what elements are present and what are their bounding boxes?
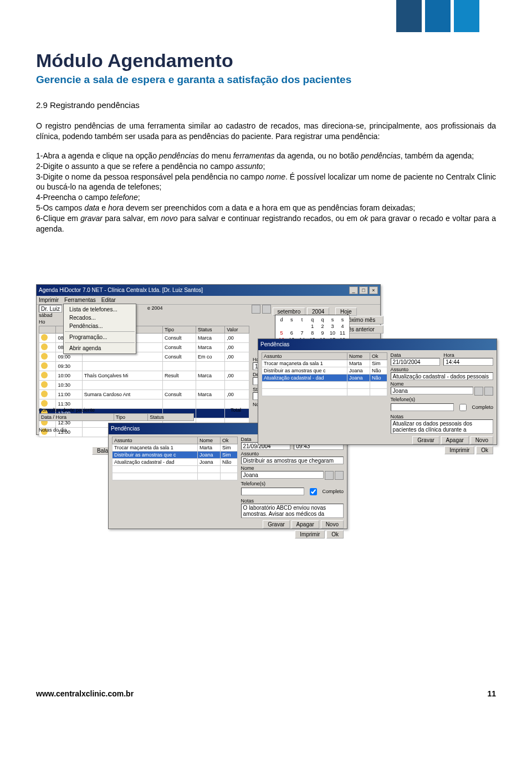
minimize-icon[interactable]: _ <box>349 286 358 294</box>
dropdown-lista-telefones[interactable]: Lista de telefones... <box>64 305 136 314</box>
pend-large-table: AssuntoNomeOk Trocar maçaneta da sala 1M… <box>112 437 238 480</box>
step-1: 1-Abra a agenda e clique na opção pendên… <box>36 151 496 161</box>
close-icon[interactable]: × <box>369 286 378 294</box>
page-title: Módulo Agendamento <box>36 50 496 71</box>
novo-button[interactable]: Novo <box>321 520 344 529</box>
section-heading: 2.9 Registrando pendências <box>36 100 496 110</box>
menu-ferramentas[interactable]: Ferramentas <box>64 297 96 303</box>
total-label: Total <box>231 407 241 413</box>
menu-editar[interactable]: Editar <box>101 297 116 303</box>
ok-button[interactable]: Ok <box>326 530 344 539</box>
face-icon <box>41 381 48 388</box>
apagar-button[interactable]: Apagar <box>291 520 319 529</box>
table-row[interactable]: Distribuir as amostras que cJoanaSim <box>112 451 238 458</box>
page-footer: www.centralxclinic.com.br 11 <box>36 689 496 698</box>
completo-label: Completo <box>322 489 344 494</box>
ok-button[interactable]: Ok <box>476 446 493 454</box>
table-row[interactable]: Distribuir as amostras que cJoanaNão <box>262 367 387 374</box>
cal-year-label: e 2004 <box>147 305 163 311</box>
nome-field[interactable]: Joana <box>391 387 473 394</box>
assunto-field[interactable]: Atualização cadastral - dados pessoais <box>391 372 493 380</box>
step-4: 4-Preencha o campo telefone; <box>36 192 496 203</box>
search-icon[interactable] <box>325 471 334 480</box>
step-3: 3-Digite o nome da pessoa responsável pe… <box>36 172 496 193</box>
notas-dia-label: Notas do dia <box>39 427 67 433</box>
hora-label: Hora <box>443 352 493 358</box>
completo-label: Completo <box>472 404 493 410</box>
face-icon <box>41 391 48 397</box>
dropdown-pendencias[interactable]: Pendências... <box>64 322 136 330</box>
table-row[interactable]: 11:00Sumara Cardoso AntConsultMarca,00 <box>39 389 249 399</box>
data-label: Data <box>391 352 441 358</box>
calendar-icon[interactable] <box>262 305 271 314</box>
notas-label: Notas <box>391 414 493 419</box>
table-row[interactable]: Trocar maçaneta da sala 1MartaSim <box>112 444 238 451</box>
step-2: 2-Digite o assunto a que se refere a pen… <box>36 161 496 172</box>
step-6: 6-Clique em gravar para salvar, em novo … <box>36 213 496 234</box>
table-row[interactable]: 10:00Thaís Gonçalves MiResultMarca,00 <box>39 371 249 380</box>
table-row[interactable]: 09:30 <box>39 361 249 371</box>
apagar-button[interactable]: Apagar <box>441 436 469 444</box>
pend-small-table: AssuntoNomeOk Trocar maçaneta da sala 1M… <box>262 352 387 396</box>
assunto-field[interactable]: Distribuir as amostras que chegaram <box>241 457 344 464</box>
telefone-label: Telefone(s) <box>241 481 344 486</box>
hora-field[interactable]: 14:44 <box>443 358 493 366</box>
contacts-icon[interactable] <box>335 471 344 480</box>
page-subtitle: Gerencie a sala de espera e garanta a sa… <box>36 74 496 86</box>
assunto-label: Assunto <box>391 367 493 372</box>
face-icon <box>41 344 48 350</box>
telefone-field[interactable] <box>241 488 305 495</box>
notas-field[interactable]: Atualizar os dados pessoais dos paciente… <box>391 419 493 434</box>
dropdown-programacao[interactable]: Programação... <box>64 333 136 341</box>
notas-label: Notas <box>241 498 344 504</box>
consultas-label: Consultas deste paciente <box>39 407 95 413</box>
dropdown-abrir-agenda[interactable]: Abrir agenda <box>64 344 136 352</box>
imprimir-button[interactable]: Imprimir <box>444 446 474 454</box>
agenda-titlebar[interactable]: Agenda HiDoctor 7.0 NET - Clínica Centra… <box>37 285 380 296</box>
face-icon <box>41 372 48 378</box>
face-icon <box>41 362 48 369</box>
search-icon[interactable] <box>474 387 483 396</box>
nome-field[interactable]: Joana <box>241 471 324 479</box>
contacts-icon[interactable] <box>484 387 493 396</box>
nome-label: Nome <box>241 465 344 471</box>
gravar-button[interactable]: Gravar <box>412 436 439 444</box>
pend-small-titlebar[interactable]: Pendências <box>258 339 497 350</box>
face-icon <box>41 334 48 341</box>
completo-checkbox[interactable] <box>310 488 317 495</box>
data-field[interactable]: 21/10/2004 <box>391 358 441 366</box>
step-5: 5-Os campos data e hora devem ser preenc… <box>36 203 496 213</box>
dropdown-recados[interactable]: Recados... <box>64 314 136 322</box>
footer-url: www.centralxclinic.com.br <box>36 689 134 698</box>
hour-col-label: Ho <box>39 319 62 325</box>
table-row[interactable]: Atualização cadastral - dadJoanaNão <box>262 374 387 381</box>
gravar-button[interactable]: Gravar <box>263 520 290 529</box>
header-color-bars <box>396 0 479 32</box>
notas-field[interactable]: O laboratório ABCD enviou novas amostras… <box>241 504 344 518</box>
face-icon <box>41 400 48 407</box>
nome-label: Nome <box>391 381 493 387</box>
pendencias-window-small: Pendências AssuntoNomeOk Trocar maçaneta… <box>258 339 497 445</box>
telefone-label: Telefone(s) <box>391 397 493 402</box>
table-row[interactable]: 10:30 <box>39 380 249 389</box>
ferramentas-dropdown: Lista de telefones... Recados... Pendênc… <box>63 304 136 354</box>
novo-button[interactable]: Novo <box>470 436 493 444</box>
imprimir-button[interactable]: Imprimir <box>295 530 325 539</box>
footer-page-number: 11 <box>487 689 496 698</box>
doctor-select[interactable]: Dr. Luiz <box>39 305 62 312</box>
table-row[interactable]: Trocar maçaneta da sala 1MartaSim <box>262 360 387 367</box>
nav-back-icon[interactable] <box>252 305 260 314</box>
intro-paragraph: O registro pendências de uma ferramenta … <box>36 121 496 142</box>
completo-checkbox[interactable] <box>459 404 467 411</box>
menu-imprimir[interactable]: Imprimir <box>39 297 59 303</box>
telefone-field[interactable] <box>391 403 454 411</box>
maximize-icon[interactable]: □ <box>359 286 368 294</box>
day-label: sábad <box>39 312 62 318</box>
table-row[interactable]: Atualização cadastral - dadJoanaNão <box>112 458 238 465</box>
face-icon <box>41 353 48 360</box>
